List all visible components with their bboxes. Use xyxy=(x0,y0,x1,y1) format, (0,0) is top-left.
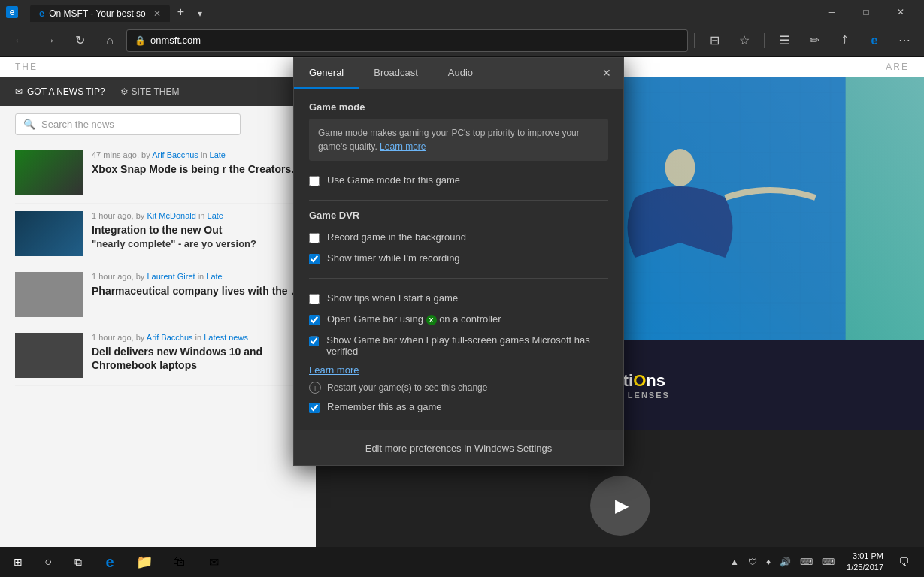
gamebar-header: General Broadcast Audio ✕ xyxy=(294,58,623,89)
reading-list-button[interactable]: ⊟ xyxy=(701,27,728,54)
address-bar[interactable]: 🔒 onmsft.com xyxy=(126,29,688,52)
more-button[interactable]: ⋯ xyxy=(891,27,918,54)
taskbar-app-edge[interactable]: e xyxy=(93,547,126,577)
news-item[interactable]: 1 hour ago, by Arif Bacchus in Latest ne… xyxy=(15,325,301,386)
news-item[interactable]: 1 hour ago, by Kit McDonald in Late Inte… xyxy=(15,204,301,264)
favorites-button[interactable]: ☆ xyxy=(731,27,758,54)
record-background-checkbox[interactable] xyxy=(309,233,320,243)
task-view-icon: ⧉ xyxy=(74,556,82,569)
description-learn-more[interactable]: Learn more xyxy=(380,141,426,152)
mail-icon: ✉ xyxy=(206,554,221,569)
news-category[interactable]: Late xyxy=(206,272,222,281)
taskbar: ⊞ ○ ⧉ e 📁 🛍 ✉ ▲ 🛡 ♦ 🔊 ⌨ xyxy=(0,547,924,577)
show-timer-checkbox[interactable] xyxy=(309,254,320,264)
network-icon[interactable]: ▲ xyxy=(727,557,742,567)
news-author[interactable]: Arif Bacchus xyxy=(147,333,193,342)
remember-game-checkbox[interactable] xyxy=(309,403,320,413)
nav-tools: ⊟ ☆ ☰ ✏ ⤴ e ⋯ xyxy=(691,27,918,54)
learn-more-link[interactable]: Learn more xyxy=(309,361,608,379)
news-list: 47 mins ago, by Arif Bacchus in Late Xbo… xyxy=(0,143,316,386)
tab-favicon-e: e xyxy=(39,8,44,19)
windows-settings-link[interactable]: Edit more preferences in Windows Setting… xyxy=(365,443,553,454)
browser-frame: e e On MSFT - Your best so ✕ + ▾ ─ □ ✕ ←… xyxy=(0,0,924,577)
show-tips-label: Show tips when I start a game xyxy=(327,292,458,304)
news-author[interactable]: Laurent Giret xyxy=(147,272,195,281)
taskbar-app-mail[interactable]: ✉ xyxy=(197,547,230,577)
store-icon: 🛍 xyxy=(171,554,186,569)
search-box[interactable]: 🔍 Search the news xyxy=(15,113,241,135)
gamebar-tab-broadcast[interactable]: Broadcast xyxy=(359,58,433,89)
taskbar-app-explorer[interactable]: 📁 xyxy=(128,547,161,577)
news-category[interactable]: Latest news xyxy=(204,333,248,342)
tab-dropdown-button[interactable]: ▾ xyxy=(192,5,208,22)
news-tip-button[interactable]: ✉ GOT A NEWS TIP? xyxy=(15,80,105,103)
site-header-row: ✉ GOT A NEWS TIP? ⚙ SITE THEM xyxy=(0,77,316,106)
use-game-mode-checkbox[interactable] xyxy=(309,176,320,186)
search-placeholder: Search the news xyxy=(41,119,114,130)
nav-bar: ← → ↻ ⌂ 🔒 onmsft.com ⊟ ☆ ☰ ✏ ⤴ e ⋯ xyxy=(0,24,924,57)
tab-close-button[interactable]: ✕ xyxy=(153,8,161,19)
restart-info-row: i Restart your game(s) to see this chang… xyxy=(309,379,608,397)
the-label: THE xyxy=(15,62,38,72)
keyboard-icon[interactable]: ⌨ xyxy=(797,557,816,567)
news-category[interactable]: Late xyxy=(208,211,223,220)
news-item[interactable]: 47 mins ago, by Arif Bacchus in Late Xbo… xyxy=(15,143,301,204)
use-game-mode-label: Use Game mode for this game xyxy=(327,174,460,186)
start-button[interactable]: ⊞ xyxy=(3,547,33,577)
open-gamebar-checkbox[interactable] xyxy=(309,315,320,325)
show-gamebar-checkbox[interactable] xyxy=(309,336,319,346)
game-dvr-title: Game DVR xyxy=(309,210,608,221)
site-theme-button[interactable]: ⚙ SITE THEM xyxy=(120,86,180,97)
forward-button[interactable]: → xyxy=(36,27,63,54)
maximize-button[interactable]: □ xyxy=(849,0,883,24)
home-button[interactable]: ⌂ xyxy=(96,27,123,54)
play-button[interactable]: ▶ xyxy=(590,476,650,536)
are-label: ARE xyxy=(886,62,909,72)
news-item[interactable]: 1 hour ago, by Laurent Giret in Late Pha… xyxy=(15,264,301,325)
news-author[interactable]: Kit McDonald xyxy=(147,211,195,220)
news-meta: 1 hour ago, by Kit McDonald in Late xyxy=(92,211,256,220)
svg-point-5 xyxy=(665,149,695,186)
tab-title: On MSFT - Your best so xyxy=(49,8,146,19)
taskbar-search-button[interactable]: ○ xyxy=(33,547,63,577)
edge-favicon: e xyxy=(6,6,18,18)
new-tab-button[interactable]: + xyxy=(171,2,190,22)
restart-info-text: Restart your game(s) to see this change xyxy=(327,382,487,393)
notification-button[interactable]: 🗨 xyxy=(892,547,915,577)
taskbar-clock[interactable]: 3:01 PM 1/25/2017 xyxy=(841,551,889,574)
share-button[interactable]: ⤴ xyxy=(831,27,858,54)
news-author[interactable]: Arif Bacchus xyxy=(152,150,198,159)
site-theme-label: SITE THEM xyxy=(132,86,180,97)
lock-icon: 🔒 xyxy=(135,35,146,46)
hub-button[interactable]: ☰ xyxy=(771,27,798,54)
refresh-button[interactable]: ↻ xyxy=(66,27,93,54)
show-tips-checkbox[interactable] xyxy=(309,294,320,304)
gamebar-tab-general[interactable]: General xyxy=(294,58,359,89)
gear-icon: ⚙ xyxy=(120,86,129,97)
task-view-button[interactable]: ⧉ xyxy=(63,547,93,577)
news-meta: 47 mins ago, by Arif Bacchus in Late xyxy=(92,150,301,159)
show-timer-row: Show timer while I'm recording xyxy=(309,248,608,269)
volume-icon[interactable]: 🔊 xyxy=(777,557,794,567)
start-icon: ⊞ xyxy=(14,556,23,568)
close-button[interactable]: ✕ xyxy=(883,0,918,24)
explorer-icon: 📁 xyxy=(137,554,152,569)
back-button[interactable]: ← xyxy=(6,27,33,54)
windows-security-icon[interactable]: 🛡 xyxy=(745,557,760,567)
minimize-button[interactable]: ─ xyxy=(814,0,849,24)
news-thumbnail xyxy=(15,333,83,378)
news-time: 1 hour ago xyxy=(92,333,132,342)
news-title: Xbox Snap Mode is being r the Creators U… xyxy=(92,162,301,176)
show-gamebar-label: Show Game bar when I play full-screen ga… xyxy=(326,334,608,357)
edge-logo-button[interactable]: e xyxy=(861,27,888,54)
sound-icon[interactable]: ♦ xyxy=(763,557,774,567)
gamebar-tab-audio[interactable]: Audio xyxy=(433,58,488,89)
title-bar-controls: ─ □ ✕ xyxy=(814,0,918,24)
taskbar-app-store[interactable]: 🛍 xyxy=(162,547,195,577)
notes-button[interactable]: ✏ xyxy=(801,27,828,54)
active-tab[interactable]: e On MSFT - Your best so ✕ xyxy=(30,5,170,22)
ime-icon[interactable]: ⌨ xyxy=(819,557,838,567)
gamebar-close-button[interactable]: ✕ xyxy=(590,58,623,89)
tab-general-label: General xyxy=(309,67,344,78)
news-category[interactable]: Late xyxy=(210,150,226,159)
